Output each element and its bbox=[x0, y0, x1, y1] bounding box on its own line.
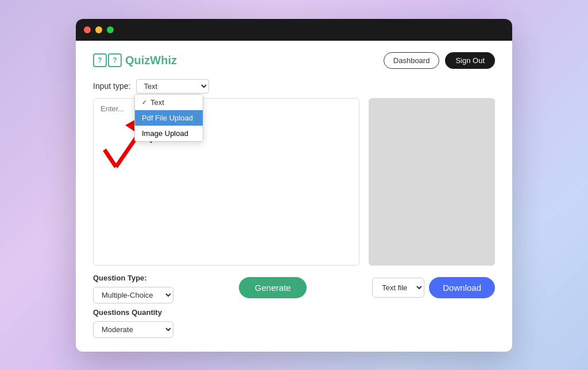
preview-box bbox=[369, 98, 495, 266]
input-type-label: Input type: bbox=[93, 81, 130, 91]
question-type-label: Question Type: bbox=[93, 274, 173, 282]
center-controls: Generate bbox=[173, 274, 372, 298]
logo-text: QuizWhiz bbox=[125, 54, 177, 67]
file-type-select[interactable]: Text file PDF Word bbox=[372, 278, 424, 298]
dropdown-text-label: Text bbox=[150, 98, 164, 107]
navbar: ? ? QuizWhiz Dashboard Sign Out bbox=[93, 52, 495, 69]
dropdown-item-text[interactable]: ✓ Text bbox=[135, 95, 203, 110]
dropdown-item-image[interactable]: Image Upload bbox=[135, 126, 203, 141]
download-button[interactable]: Download bbox=[429, 277, 495, 298]
input-type-row: Input type: Text Pdf File Upload Image U… bbox=[93, 79, 495, 94]
input-type-select[interactable]: Text Pdf File Upload Image Upload bbox=[136, 79, 209, 94]
input-type-dropdown: ✓ Text Pdf File Upload Image Upload bbox=[134, 94, 203, 142]
minimize-dot[interactable] bbox=[95, 26, 102, 33]
questions-quantity-label: Questions Quantity bbox=[93, 308, 173, 317]
main-area: Input type: Text Pdf File Upload Image U… bbox=[93, 79, 495, 338]
question-type-select[interactable]: Multiple-Choice True/False Short Answer bbox=[93, 287, 173, 303]
dropdown-pdf-label: Pdf File Upload bbox=[142, 114, 193, 122]
logo-icon-1: ? bbox=[93, 53, 107, 67]
app-window: ? ? QuizWhiz Dashboard Sign Out Input ty… bbox=[76, 19, 512, 352]
questions-quantity-select[interactable]: Moderate Few Many bbox=[93, 321, 173, 338]
dropdown-image-label: Image Upload bbox=[142, 129, 188, 138]
left-controls: Question Type: Multiple-Choice True/Fals… bbox=[93, 274, 173, 338]
text-area-wrapper bbox=[93, 98, 359, 266]
titlebar bbox=[76, 19, 512, 41]
signout-button[interactable]: Sign Out bbox=[445, 52, 495, 69]
bottom-controls: Question Type: Multiple-Choice True/Fals… bbox=[93, 274, 495, 338]
close-dot[interactable] bbox=[84, 26, 91, 33]
logo: ? ? QuizWhiz bbox=[93, 53, 177, 67]
logo-icon-2: ? bbox=[108, 53, 122, 67]
generate-button[interactable]: Generate bbox=[239, 277, 307, 298]
check-icon: ✓ bbox=[142, 99, 147, 106]
dropdown-item-pdf[interactable]: Pdf File Upload bbox=[135, 110, 203, 126]
main-content: ? ? QuizWhiz Dashboard Sign Out Input ty… bbox=[76, 41, 512, 352]
nav-buttons: Dashboard Sign Out bbox=[384, 52, 495, 69]
dashboard-button[interactable]: Dashboard bbox=[384, 52, 440, 69]
main-textarea[interactable] bbox=[93, 98, 359, 266]
right-controls: Text file PDF Word Download bbox=[372, 274, 495, 298]
logo-icons: ? ? bbox=[93, 53, 122, 67]
maximize-dot[interactable] bbox=[107, 26, 114, 33]
